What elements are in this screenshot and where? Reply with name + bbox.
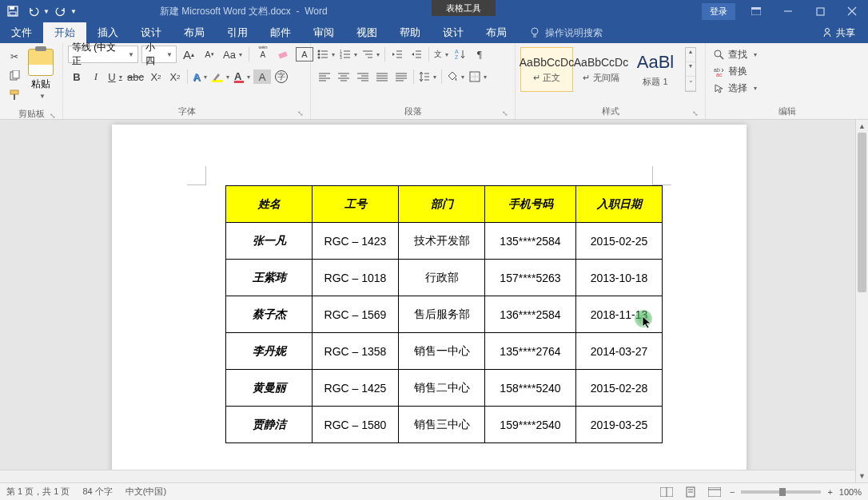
- table-cell[interactable]: RGC – 1569: [313, 296, 399, 333]
- table-cell[interactable]: RGC – 1425: [313, 370, 399, 407]
- style-normal[interactable]: AaBbCcDc↵ 正文: [520, 47, 573, 92]
- table-cell[interactable]: 售后服务部: [399, 296, 485, 333]
- dialog-launcher-icon[interactable]: ⤡: [297, 109, 304, 117]
- tab-table-design[interactable]: 设计: [432, 22, 475, 43]
- horizontal-scrollbar[interactable]: [0, 470, 855, 482]
- table-header-row[interactable]: 姓名 工号 部门 手机号码 入职日期: [226, 186, 663, 223]
- table-cell[interactable]: 136****2584: [485, 296, 576, 333]
- shrink-font-button[interactable]: A▾: [201, 46, 218, 63]
- table-header[interactable]: 工号: [313, 186, 399, 223]
- maximize-button[interactable]: [804, 0, 836, 22]
- phonetic-guide-button[interactable]: Awén: [254, 46, 272, 63]
- table-cell[interactable]: 2015-02-25: [576, 223, 663, 260]
- table-cell[interactable]: 王紫玮: [226, 260, 313, 296]
- zoom-level[interactable]: 100%: [839, 487, 862, 497]
- read-mode-button[interactable]: [658, 485, 675, 499]
- align-center-button[interactable]: [335, 68, 352, 85]
- change-case-button[interactable]: Aa▾: [221, 46, 244, 63]
- tab-view[interactable]: 视图: [345, 22, 388, 43]
- borders-button[interactable]: ▾: [468, 68, 488, 85]
- table-header[interactable]: 部门: [399, 186, 485, 223]
- dialog-launcher-icon[interactable]: ⤡: [692, 109, 699, 117]
- increase-indent-button[interactable]: [408, 46, 425, 63]
- table-cell[interactable]: 销售三中心: [399, 407, 485, 443]
- select-button[interactable]: 选择▾: [711, 81, 760, 96]
- close-button[interactable]: [836, 0, 868, 22]
- highlight-button[interactable]: ▾: [210, 68, 231, 85]
- table-cell[interactable]: 157****5263: [485, 260, 576, 296]
- multilevel-list-button[interactable]: ▾: [360, 46, 381, 63]
- web-layout-button[interactable]: [706, 485, 723, 499]
- table-cell[interactable]: 159****2540: [485, 407, 576, 443]
- table-row[interactable]: 蔡子杰RGC – 1569售后服务部136****25842018-11-13: [226, 296, 663, 333]
- tab-file[interactable]: 文件: [0, 22, 43, 43]
- scroll-down-icon[interactable]: ▼: [856, 470, 868, 482]
- table-cell[interactable]: 蔡子杰: [226, 296, 313, 333]
- table-cell[interactable]: 技术开发部: [399, 223, 485, 260]
- show-marks-button[interactable]: ¶: [471, 46, 488, 63]
- scroll-up-icon[interactable]: ▲: [856, 120, 868, 133]
- table-cell[interactable]: RGC – 1580: [313, 407, 399, 443]
- style-heading-1[interactable]: AaBl标题 1: [629, 47, 682, 92]
- tab-review[interactable]: 审阅: [302, 22, 345, 43]
- style-gallery-spinner[interactable]: ▴▾⌄: [685, 47, 696, 92]
- font-color-button[interactable]: A▾: [233, 68, 252, 85]
- replace-button[interactable]: abac替换: [711, 64, 760, 79]
- copy-button[interactable]: [6, 68, 22, 84]
- save-button[interactable]: [3, 2, 22, 21]
- italic-button[interactable]: I: [87, 68, 105, 85]
- font-name-combo[interactable]: 等线 (中文正▼: [68, 46, 138, 63]
- numbering-button[interactable]: 123▾: [338, 46, 359, 63]
- data-table[interactable]: 姓名 工号 部门 手机号码 入职日期 张一凡RGC – 1423技术开发部135…: [225, 185, 663, 443]
- ribbon-display-icon[interactable]: [740, 0, 772, 22]
- table-cell[interactable]: 贾静洁: [226, 407, 313, 443]
- paste-button[interactable]: 粘贴 ▼: [24, 46, 58, 100]
- table-cell[interactable]: 135****2764: [485, 333, 576, 370]
- page-indicator[interactable]: 第 1 页，共 1 页: [6, 486, 70, 498]
- zoom-in-button[interactable]: +: [827, 487, 832, 497]
- page[interactable]: 姓名 工号 部门 手机号码 入职日期 张一凡RGC – 1423技术开发部135…: [112, 125, 747, 482]
- strikethrough-button[interactable]: abc: [125, 68, 145, 85]
- scrollbar-thumb[interactable]: [858, 133, 866, 292]
- text-direction-button[interactable]: 文▾: [432, 46, 450, 63]
- undo-dropdown-icon[interactable]: ▼: [43, 8, 50, 15]
- table-row[interactable]: 张一凡RGC – 1423技术开发部135****25842015-02-25: [226, 223, 663, 260]
- table-cell[interactable]: 销售一中心: [399, 333, 485, 370]
- table-cell[interactable]: 黄曼丽: [226, 370, 313, 407]
- font-size-combo[interactable]: 小四▼: [141, 46, 177, 63]
- table-row[interactable]: 王紫玮RGC – 1018行政部157****52632013-10-18: [226, 260, 663, 296]
- text-effects-button[interactable]: A▾: [191, 68, 209, 85]
- bullets-button[interactable]: ▾: [316, 46, 336, 63]
- style-gallery[interactable]: AaBbCcDc↵ 正文 AaBbCcDc↵ 无间隔 AaBl标题 1 ▴▾⌄: [520, 46, 696, 92]
- character-shading-button[interactable]: A: [253, 69, 271, 84]
- table-header[interactable]: 手机号码: [485, 186, 576, 223]
- table-row[interactable]: 贾静洁RGC – 1580销售三中心159****25402019-03-25: [226, 407, 663, 443]
- sort-button[interactable]: AZ: [452, 46, 469, 63]
- table-row[interactable]: 李丹妮RGC – 1358销售一中心135****27642014-03-27: [226, 333, 663, 370]
- tab-references[interactable]: 引用: [216, 22, 259, 43]
- justify-button[interactable]: [373, 68, 391, 85]
- table-cell[interactable]: RGC – 1018: [313, 260, 399, 296]
- zoom-out-button[interactable]: −: [730, 487, 735, 497]
- table-cell[interactable]: 张一凡: [226, 223, 313, 260]
- table-cell[interactable]: 销售二中心: [399, 370, 485, 407]
- login-button[interactable]: 登录: [702, 3, 735, 20]
- print-layout-button[interactable]: [682, 485, 699, 499]
- redo-button[interactable]: [51, 2, 70, 21]
- qat-customize-icon[interactable]: ▼: [70, 8, 77, 15]
- dialog-launcher-icon[interactable]: ⤡: [502, 109, 508, 117]
- table-cell[interactable]: 158****5240: [485, 370, 576, 407]
- subscript-button[interactable]: X2: [147, 68, 165, 85]
- table-cell[interactable]: 2018-11-13: [576, 296, 663, 333]
- language-indicator[interactable]: 中文(中国): [125, 486, 166, 498]
- document-area[interactable]: 姓名 工号 部门 手机号码 入职日期 张一凡RGC – 1423技术开发部135…: [0, 120, 868, 482]
- undo-button[interactable]: [24, 2, 43, 21]
- minimize-button[interactable]: [772, 0, 804, 22]
- align-right-button[interactable]: [354, 68, 372, 85]
- underline-button[interactable]: U▾: [106, 68, 124, 85]
- table-cell[interactable]: 135****2584: [485, 223, 576, 260]
- table-cell[interactable]: RGC – 1358: [313, 333, 399, 370]
- find-button[interactable]: 查找▾: [711, 47, 760, 62]
- table-cell[interactable]: 2015-02-28: [576, 370, 663, 407]
- line-spacing-button[interactable]: ▾: [417, 68, 438, 85]
